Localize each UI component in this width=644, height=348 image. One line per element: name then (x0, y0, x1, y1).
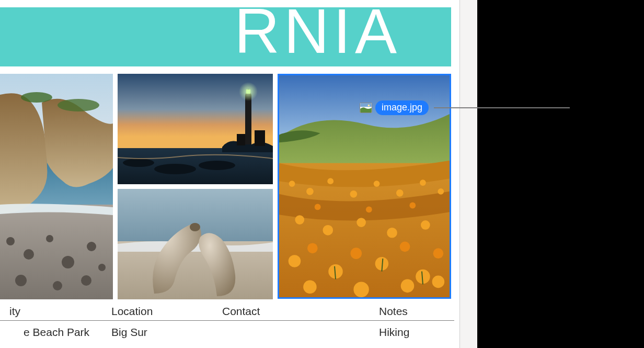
svg-point-50 (432, 276, 445, 288)
svg-point-11 (53, 281, 62, 290)
drag-file-name: image.jpg (375, 100, 429, 115)
svg-rect-16 (245, 95, 251, 147)
svg-point-36 (420, 179, 426, 186)
svg-point-9 (87, 242, 96, 251)
svg-point-8 (62, 256, 74, 268)
table-row[interactable]: e Beach Park Big Sur Hiking (0, 321, 454, 339)
svg-point-32 (327, 178, 334, 184)
svg-point-41 (387, 228, 397, 238)
svg-point-40 (356, 218, 366, 227)
table-cell: Big Sur (111, 326, 222, 339)
drag-file-thumbnail-icon (360, 103, 372, 113)
svg-point-51 (315, 204, 321, 210)
table-cell: Hiking (379, 326, 452, 339)
svg-point-37 (438, 188, 444, 195)
photo-lighthouse-sunset[interactable] (118, 74, 273, 184)
photo-coast-cliffs[interactable] (0, 74, 113, 299)
svg-point-42 (421, 220, 430, 230)
table-header-fragment (24, 305, 111, 318)
svg-point-4 (58, 99, 99, 111)
svg-point-10 (15, 275, 27, 286)
svg-point-27 (190, 223, 200, 231)
table-header-activity-fragment: ity (0, 305, 24, 318)
svg-point-47 (303, 280, 317, 294)
svg-point-13 (98, 264, 106, 271)
table-cell (222, 326, 379, 339)
svg-point-24 (199, 161, 235, 170)
table-header-contact: Contact (222, 305, 379, 318)
table-header-notes: Notes (379, 305, 452, 318)
svg-point-49 (401, 279, 415, 293)
svg-point-7 (46, 235, 53, 242)
table-header-row: ity Location Contact Notes (0, 305, 454, 321)
stage: RNIA (0, 0, 644, 348)
svg-point-43 (289, 255, 301, 267)
photo-sea-lions[interactable] (118, 189, 273, 299)
svg-point-57 (433, 248, 444, 259)
svg-point-12 (81, 275, 91, 286)
seals-photo-icon (118, 189, 273, 299)
svg-point-55 (350, 248, 362, 259)
svg-point-30 (289, 181, 295, 187)
lighthouse-photo-icon (118, 74, 273, 184)
title-banner: RNIA (0, 7, 451, 66)
svg-point-56 (400, 242, 410, 252)
table-cell (0, 326, 24, 339)
svg-point-23 (154, 164, 196, 174)
svg-point-35 (396, 189, 404, 197)
svg-rect-20 (255, 130, 265, 146)
document-page: RNIA (0, 0, 459, 348)
svg-point-6 (24, 249, 34, 260)
coast-photo-icon (0, 74, 113, 299)
callout-leader-line (434, 107, 570, 108)
svg-point-54 (307, 243, 318, 253)
drag-file-badge[interactable]: image.jpg (360, 100, 429, 115)
svg-point-62 (368, 105, 370, 107)
svg-point-53 (409, 203, 416, 209)
svg-point-19 (239, 82, 258, 101)
svg-point-38 (295, 215, 304, 224)
details-table: ity Location Contact Notes e Beach Park … (0, 305, 454, 339)
title-text: RNIA (234, 7, 401, 66)
svg-point-34 (374, 181, 380, 187)
svg-rect-21 (237, 134, 245, 145)
svg-point-5 (6, 237, 15, 245)
table-header-location: Location (111, 305, 222, 318)
svg-point-31 (306, 188, 314, 195)
table-cell: e Beach Park (24, 326, 111, 339)
inspector-panel-edge (459, 0, 477, 348)
svg-point-3 (21, 92, 52, 103)
svg-point-52 (366, 206, 372, 212)
svg-rect-61 (360, 103, 372, 107)
svg-point-48 (353, 282, 369, 297)
svg-point-22 (123, 159, 154, 167)
svg-point-33 (350, 190, 358, 198)
svg-point-39 (323, 225, 333, 235)
